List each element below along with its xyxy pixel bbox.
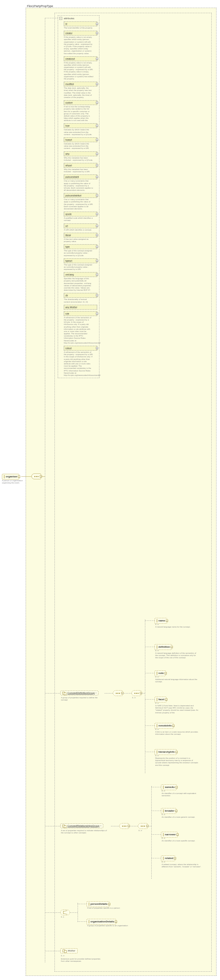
- attribute-dir[interactable]: dir+: [64, 293, 97, 298]
- connector: [145, 647, 154, 647]
- element-name[interactable]: name+: [154, 618, 167, 624]
- concept-relationships-group[interactable]: ConceptRelationshipsGroup −: [60, 823, 103, 828]
- element-broader[interactable]: broader+: [161, 808, 177, 814]
- cdg-expand-icon[interactable]: −: [95, 692, 96, 694]
- attributes-label: attributes: [64, 17, 74, 20]
- attribute-literal[interactable]: literal+: [64, 233, 97, 237]
- attribute-desc: A qualified code which identifies a conc…: [64, 217, 93, 221]
- any-other[interactable]: ##other: [60, 948, 78, 953]
- attribute-creator[interactable]: creator+: [64, 31, 97, 35]
- element-desc: An identifier of a concept with equivale…: [162, 792, 205, 797]
- element-expand-icon[interactable]: +: [175, 751, 178, 753]
- element-note[interactable]: note+: [154, 670, 166, 676]
- attr-expand-icon[interactable]: +: [96, 153, 98, 155]
- element-sameAs[interactable]: sameAs+: [161, 784, 177, 790]
- attribute-pubconstrainturi[interactable]: pubconstrainturi+: [64, 193, 97, 198]
- attribute-typeuri[interactable]: typeuri+: [64, 258, 97, 263]
- attr-expand-icon[interactable]: +: [96, 23, 98, 25]
- attribute-type[interactable]: type+: [64, 244, 97, 249]
- attribute-howuri[interactable]: howuri+: [64, 137, 97, 142]
- element-personDetails[interactable]: personDetails+: [87, 901, 109, 907]
- attr-expand-icon[interactable]: +: [96, 245, 98, 248]
- element-desc: An identifier of a more specific concept…: [162, 840, 195, 842]
- element-definition[interactable]: definition+: [154, 644, 172, 650]
- diagram-canvas: Flex1PartyPropType organiser − A person …: [0, 0, 220, 980]
- element-expand-icon[interactable]: +: [175, 810, 177, 812]
- details-choice[interactable]: [60, 910, 70, 915]
- element-narrower[interactable]: narrower+: [161, 832, 178, 838]
- attribute-name: role: [66, 312, 69, 315]
- element-related[interactable]: related+: [161, 856, 175, 861]
- attr-expand-icon[interactable]: +: [96, 124, 98, 127]
- attr-expand-icon[interactable]: +: [96, 294, 98, 296]
- connector: [151, 834, 161, 835]
- attribute-whyuri[interactable]: whyuri+: [64, 163, 97, 168]
- cdg-sequence[interactable]: −: [113, 690, 122, 696]
- any-label: ##other: [67, 950, 75, 952]
- concept-definition-group[interactable]: ConceptDefinitionGroup −: [60, 690, 98, 695]
- attribute-desc: A refinement of the semantics of the pro…: [64, 351, 93, 377]
- attr-expand-icon[interactable]: +: [96, 164, 98, 167]
- attr-expand-icon[interactable]: +: [96, 312, 98, 315]
- cardinality: 0..∞: [162, 861, 165, 863]
- element-expand-icon[interactable]: +: [165, 698, 167, 701]
- cdg-sequence-inner[interactable]: −: [132, 690, 141, 696]
- attribute-creatoruri[interactable]: creatoruri+: [64, 56, 97, 61]
- root-element[interactable]: organiser −: [2, 474, 19, 480]
- attr-expand-icon[interactable]: +: [96, 194, 98, 197]
- attr-expand-icon[interactable]: +: [96, 138, 98, 141]
- element-remoteInfo[interactable]: remoteInfo+: [154, 723, 173, 729]
- attr-expand-icon[interactable]: +: [96, 347, 98, 349]
- attribute-qcode[interactable]: qcode+: [64, 212, 97, 216]
- connector: [45, 693, 60, 694]
- element-organisationDetails[interactable]: organisationDetails+: [87, 919, 116, 924]
- attribute-uri[interactable]: uri+: [64, 223, 97, 228]
- root-expand-icon[interactable]: −: [18, 476, 20, 478]
- element-facet[interactable]: facet+: [154, 697, 167, 702]
- attribute-pubconstraint[interactable]: pubconstraint+: [64, 175, 97, 179]
- connector: [45, 951, 60, 951]
- attribute-name: any ##other: [66, 306, 77, 308]
- attribute-how[interactable]: how+: [64, 123, 97, 128]
- element-expand-icon[interactable]: +: [115, 921, 117, 923]
- cardinality: 0..∞: [162, 837, 165, 839]
- crg-sequence-inner[interactable]: −: [138, 823, 148, 829]
- main-sequence[interactable]: −: [31, 474, 41, 479]
- element-desc: A related concept, where the relationshi…: [162, 864, 205, 868]
- attribute-modified[interactable]: modified+: [64, 82, 97, 86]
- element-expand-icon[interactable]: +: [172, 725, 175, 727]
- attr-expand-icon[interactable]: +: [96, 83, 98, 85]
- attribute-name: roleuri: [66, 347, 72, 349]
- attribute-xml-lang[interactable]: xml:lang+: [64, 272, 97, 277]
- attr-expand-icon[interactable]: +: [96, 102, 98, 104]
- element-expand-icon[interactable]: +: [177, 834, 178, 836]
- attr-expand-icon[interactable]: +: [96, 32, 98, 34]
- crg-expand-icon[interactable]: −: [100, 825, 101, 827]
- element-hierarchyInfo[interactable]: hierarchyInfo+: [154, 749, 177, 755]
- attr-expand-icon[interactable]: +: [96, 213, 98, 215]
- element-name: sameAs: [165, 786, 175, 789]
- attr-expand-icon[interactable]: +: [96, 225, 98, 227]
- attr-expand-icon[interactable]: +: [96, 57, 98, 60]
- attr-expand-icon[interactable]: +: [96, 234, 98, 236]
- attr-expand-icon[interactable]: +: [96, 260, 98, 262]
- attribute-why[interactable]: why+: [64, 151, 97, 156]
- spine: [45, 18, 45, 963]
- element-expand-icon[interactable]: +: [166, 620, 168, 622]
- attribute-custom[interactable]: custom+: [64, 100, 97, 105]
- attribute-role[interactable]: role+: [64, 311, 97, 316]
- attribute-desc: Indicates by which means the value was e…: [64, 129, 93, 136]
- attribute-id[interactable]: id+: [64, 21, 97, 26]
- attribute-roleuri[interactable]: roleuri+: [64, 346, 97, 351]
- attribute-any---other[interactable]: any ##other: [64, 305, 97, 310]
- element-expand-icon[interactable]: +: [170, 646, 173, 648]
- attr-expand-icon[interactable]: +: [96, 176, 98, 178]
- attr-expand-icon[interactable]: +: [96, 274, 98, 276]
- crg-sequence[interactable]: −: [119, 823, 129, 829]
- element-expand-icon[interactable]: +: [174, 858, 176, 860]
- element-expand-icon[interactable]: +: [108, 903, 110, 905]
- element-desc: In NAR 1.8 and later, facet is deprecate…: [155, 705, 199, 714]
- element-expand-icon[interactable]: +: [175, 786, 178, 789]
- attribute-desc: A refinement of the semantics of the pro…: [64, 317, 93, 344]
- element-expand-icon[interactable]: +: [164, 672, 167, 675]
